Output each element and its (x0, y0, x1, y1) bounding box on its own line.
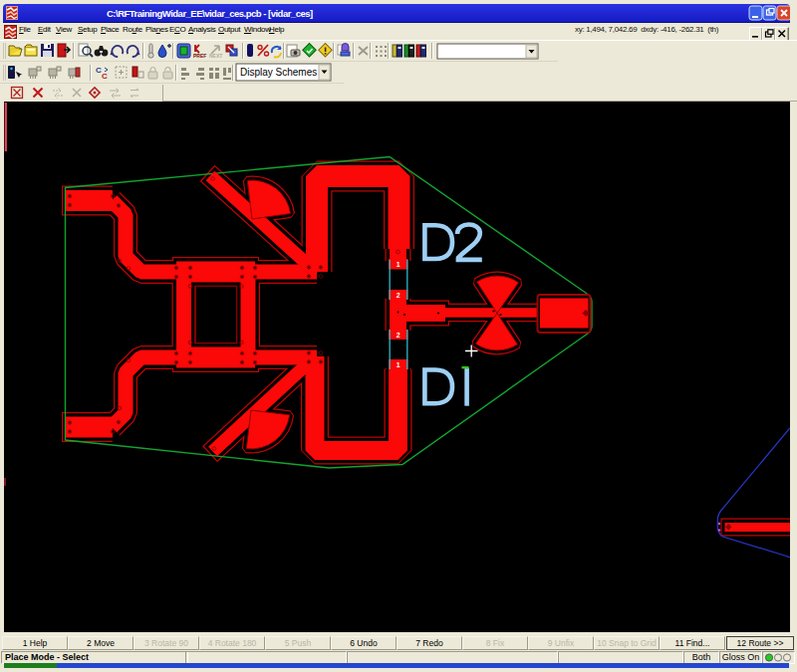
svg-text:Display Schemes: Display Schemes (240, 67, 317, 78)
svg-text:NEXT: NEXT (209, 53, 222, 59)
svg-text:1: 1 (397, 361, 400, 368)
svg-text:2: 2 (397, 292, 400, 299)
svg-text:2: 2 (397, 332, 400, 338)
svg-text:PREF: PREF (193, 53, 206, 59)
svg-text:1: 1 (397, 261, 400, 268)
svg-text:C: C (102, 72, 108, 81)
svg-text:C:\RFTrainingWidar_EE\vidar_ce: C:\RFTrainingWidar_EE\vidar_ces.pcb - [v… (107, 8, 313, 19)
